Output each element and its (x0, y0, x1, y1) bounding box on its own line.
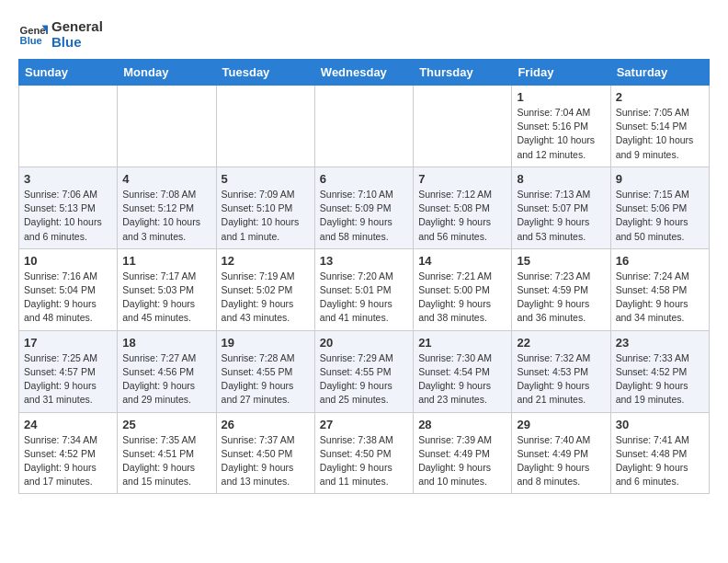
calendar-cell: 27Sunrise: 7:38 AMSunset: 4:50 PMDayligh… (314, 412, 413, 494)
day-number: 21 (418, 336, 506, 350)
day-number: 12 (222, 254, 310, 268)
calendar-cell (414, 86, 512, 167)
day-info: Sunrise: 7:29 AMSunset: 4:55 PMDaylight:… (320, 351, 408, 408)
day-number: 30 (616, 418, 704, 431)
calendar-cell: 14Sunrise: 7:21 AMSunset: 5:00 PMDayligh… (414, 248, 512, 330)
day-header-thursday: Thursday (414, 60, 512, 86)
day-info: Sunrise: 7:06 AMSunset: 5:13 PMDaylight:… (24, 188, 112, 244)
day-info: Sunrise: 7:33 AMSunset: 4:52 PMDaylight:… (616, 351, 704, 408)
calendar-cell: 25Sunrise: 7:35 AMSunset: 4:51 PMDayligh… (118, 412, 216, 494)
calendar-cell (118, 86, 216, 167)
logo-general: General (51, 18, 103, 34)
day-info: Sunrise: 7:25 AMSunset: 4:57 PMDaylight:… (24, 351, 112, 408)
calendar-cell: 2Sunrise: 7:05 AMSunset: 5:14 PMDaylight… (610, 86, 709, 167)
day-info: Sunrise: 7:08 AMSunset: 5:12 PMDaylight:… (122, 188, 210, 244)
day-info: Sunrise: 7:27 AMSunset: 4:56 PMDaylight:… (122, 351, 210, 408)
calendar-cell (314, 86, 413, 167)
day-info: Sunrise: 7:28 AMSunset: 4:55 PMDaylight:… (222, 351, 310, 408)
day-number: 18 (122, 336, 210, 350)
day-info: Sunrise: 7:20 AMSunset: 5:01 PMDaylight:… (320, 270, 408, 326)
day-number: 25 (122, 418, 210, 431)
calendar-cell: 5Sunrise: 7:09 AMSunset: 5:10 PMDaylight… (216, 167, 314, 248)
calendar-cell: 1Sunrise: 7:04 AMSunset: 5:16 PMDaylight… (512, 86, 610, 167)
day-number: 27 (320, 418, 408, 431)
calendar-table: SundayMondayTuesdayWednesdayThursdayFrid… (18, 59, 710, 494)
calendar-cell: 16Sunrise: 7:24 AMSunset: 4:58 PMDayligh… (610, 248, 709, 330)
day-info: Sunrise: 7:09 AMSunset: 5:10 PMDaylight:… (222, 188, 310, 244)
calendar-cell (216, 86, 314, 167)
calendar-cell: 4Sunrise: 7:08 AMSunset: 5:12 PMDaylight… (118, 167, 216, 248)
day-number: 29 (517, 418, 605, 431)
day-info: Sunrise: 7:05 AMSunset: 5:14 PMDaylight:… (616, 106, 704, 162)
calendar-cell: 11Sunrise: 7:17 AMSunset: 5:03 PMDayligh… (118, 248, 216, 330)
logo: General Blue General Blue (18, 18, 103, 50)
calendar-cell: 7Sunrise: 7:12 AMSunset: 5:08 PMDaylight… (414, 167, 512, 248)
day-number: 14 (418, 254, 506, 268)
day-header-row: SundayMondayTuesdayWednesdayThursdayFrid… (19, 60, 710, 86)
day-info: Sunrise: 7:37 AMSunset: 4:50 PMDaylight:… (222, 433, 310, 489)
day-number: 7 (418, 172, 506, 186)
svg-text:Blue: Blue (20, 35, 42, 46)
day-number: 28 (418, 418, 506, 431)
week-row-2: 3Sunrise: 7:06 AMSunset: 5:13 PMDaylight… (19, 167, 710, 248)
week-row-1: 1Sunrise: 7:04 AMSunset: 5:16 PMDaylight… (19, 86, 710, 167)
calendar-cell: 9Sunrise: 7:15 AMSunset: 5:06 PMDaylight… (610, 167, 709, 248)
calendar-cell: 19Sunrise: 7:28 AMSunset: 4:55 PMDayligh… (216, 330, 314, 412)
week-row-5: 24Sunrise: 7:34 AMSunset: 4:52 PMDayligh… (19, 412, 710, 494)
day-number: 22 (517, 336, 605, 350)
day-number: 23 (616, 336, 704, 350)
day-info: Sunrise: 7:34 AMSunset: 4:52 PMDaylight:… (24, 433, 112, 489)
calendar-cell: 22Sunrise: 7:32 AMSunset: 4:53 PMDayligh… (512, 330, 610, 412)
day-info: Sunrise: 7:10 AMSunset: 5:09 PMDaylight:… (320, 188, 408, 244)
calendar-cell: 18Sunrise: 7:27 AMSunset: 4:56 PMDayligh… (118, 330, 216, 412)
day-info: Sunrise: 7:15 AMSunset: 5:06 PMDaylight:… (616, 188, 704, 244)
day-number: 5 (222, 172, 310, 186)
day-number: 11 (122, 254, 210, 268)
calendar-cell: 8Sunrise: 7:13 AMSunset: 5:07 PMDaylight… (512, 167, 610, 248)
day-info: Sunrise: 7:41 AMSunset: 4:48 PMDaylight:… (616, 433, 704, 489)
calendar-cell: 28Sunrise: 7:39 AMSunset: 4:49 PMDayligh… (414, 412, 512, 494)
calendar-cell: 6Sunrise: 7:10 AMSunset: 5:09 PMDaylight… (314, 167, 413, 248)
calendar-cell: 10Sunrise: 7:16 AMSunset: 5:04 PMDayligh… (19, 248, 118, 330)
day-info: Sunrise: 7:16 AMSunset: 5:04 PMDaylight:… (24, 270, 112, 326)
calendar-cell: 3Sunrise: 7:06 AMSunset: 5:13 PMDaylight… (19, 167, 118, 248)
day-number: 4 (122, 172, 210, 186)
day-number: 26 (222, 418, 310, 431)
day-info: Sunrise: 7:35 AMSunset: 4:51 PMDaylight:… (122, 433, 210, 489)
day-info: Sunrise: 7:39 AMSunset: 4:49 PMDaylight:… (418, 433, 506, 489)
calendar-cell: 12Sunrise: 7:19 AMSunset: 5:02 PMDayligh… (216, 248, 314, 330)
day-number: 17 (24, 336, 112, 350)
day-number: 10 (24, 254, 112, 268)
day-info: Sunrise: 7:04 AMSunset: 5:16 PMDaylight:… (517, 106, 605, 162)
day-info: Sunrise: 7:23 AMSunset: 4:59 PMDaylight:… (517, 270, 605, 326)
calendar-cell: 24Sunrise: 7:34 AMSunset: 4:52 PMDayligh… (19, 412, 118, 494)
day-number: 20 (320, 336, 408, 350)
week-row-3: 10Sunrise: 7:16 AMSunset: 5:04 PMDayligh… (19, 248, 710, 330)
calendar-cell: 21Sunrise: 7:30 AMSunset: 4:54 PMDayligh… (414, 330, 512, 412)
calendar-cell: 20Sunrise: 7:29 AMSunset: 4:55 PMDayligh… (314, 330, 413, 412)
calendar-cell: 23Sunrise: 7:33 AMSunset: 4:52 PMDayligh… (610, 330, 709, 412)
day-number: 9 (616, 172, 704, 186)
day-number: 1 (517, 90, 605, 104)
calendar-cell: 29Sunrise: 7:40 AMSunset: 4:49 PMDayligh… (512, 412, 610, 494)
calendar-cell: 17Sunrise: 7:25 AMSunset: 4:57 PMDayligh… (19, 330, 118, 412)
day-info: Sunrise: 7:30 AMSunset: 4:54 PMDaylight:… (418, 351, 506, 408)
day-number: 16 (616, 254, 704, 268)
day-header-monday: Monday (118, 60, 216, 86)
day-info: Sunrise: 7:21 AMSunset: 5:00 PMDaylight:… (418, 270, 506, 326)
calendar-cell: 30Sunrise: 7:41 AMSunset: 4:48 PMDayligh… (610, 412, 709, 494)
calendar-cell: 13Sunrise: 7:20 AMSunset: 5:01 PMDayligh… (314, 248, 413, 330)
day-number: 3 (24, 172, 112, 186)
day-number: 19 (222, 336, 310, 350)
day-number: 6 (320, 172, 408, 186)
logo-icon: General Blue (18, 19, 48, 49)
day-info: Sunrise: 7:24 AMSunset: 4:58 PMDaylight:… (616, 270, 704, 326)
day-info: Sunrise: 7:13 AMSunset: 5:07 PMDaylight:… (517, 188, 605, 244)
day-info: Sunrise: 7:38 AMSunset: 4:50 PMDaylight:… (320, 433, 408, 489)
week-row-4: 17Sunrise: 7:25 AMSunset: 4:57 PMDayligh… (19, 330, 710, 412)
day-info: Sunrise: 7:12 AMSunset: 5:08 PMDaylight:… (418, 188, 506, 244)
day-header-friday: Friday (512, 60, 610, 86)
logo-blue: Blue (51, 34, 103, 50)
day-number: 2 (616, 90, 704, 104)
day-info: Sunrise: 7:17 AMSunset: 5:03 PMDaylight:… (122, 270, 210, 326)
